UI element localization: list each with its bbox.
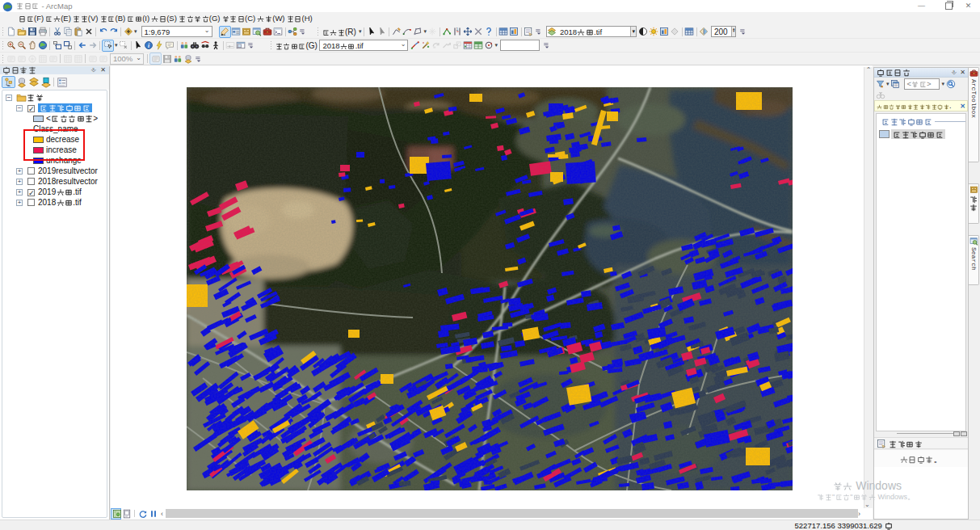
svg-text:1: 1: [456, 27, 459, 32]
